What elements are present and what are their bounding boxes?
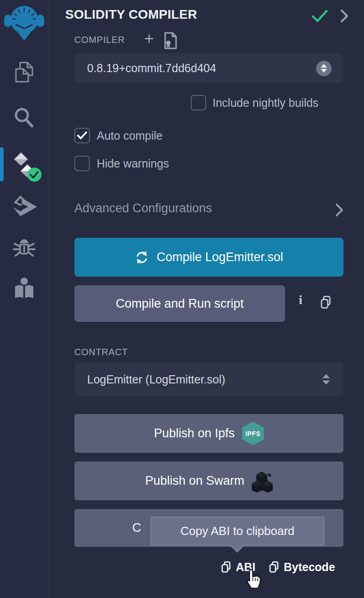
- contract-select[interactable]: LogEmitter (LogEmitter.sol): [74, 362, 343, 396]
- copy-bytecode-link[interactable]: Bytecode: [268, 561, 335, 574]
- copy-icon: [268, 561, 280, 574]
- hide-warnings-label[interactable]: Hide warnings: [97, 157, 169, 170]
- include-nightly-checkbox[interactable]: [191, 95, 206, 110]
- icon-sidebar: [0, 0, 48, 598]
- compile-success-badge: [27, 168, 42, 182]
- contract-select-value: LogEmitter (LogEmitter.sol): [74, 373, 225, 386]
- copy-icon: [220, 561, 232, 574]
- publish-swarm-button[interactable]: Publish on Swarm: [74, 462, 343, 500]
- compiler-version-select[interactable]: 0.8.19+commit.7dd6d404: [74, 53, 343, 83]
- page-title: SOLIDITY COMPILER: [65, 7, 197, 22]
- hidden-button-visible-text: C: [132, 521, 141, 535]
- include-nightly-label[interactable]: Include nightly builds: [213, 96, 318, 110]
- compiler-section-label: COMPILER: [74, 35, 125, 45]
- tooltip-caret: [230, 538, 244, 552]
- collapse-panel-chevron-icon[interactable]: [338, 9, 350, 23]
- search-icon[interactable]: [0, 106, 48, 130]
- contract-select-arrows-icon: [322, 374, 330, 385]
- add-custom-compiler-icon[interactable]: +: [144, 30, 154, 47]
- compile-and-run-button[interactable]: Compile and Run script: [74, 285, 285, 322]
- compile-and-run-label: Compile and Run script: [116, 297, 244, 311]
- ipfs-logo-icon: IPFS: [242, 422, 264, 446]
- refresh-icon: [135, 250, 149, 265]
- publish-ipfs-label: Publish on Ipfs: [154, 426, 234, 441]
- compile-success-check-icon: [312, 9, 328, 23]
- copy-abi-link[interactable]: ABI: [220, 561, 255, 574]
- copy-script-icon[interactable]: [319, 295, 333, 309]
- license-file-icon[interactable]: [162, 31, 179, 50]
- abi-label: ABI: [236, 561, 255, 574]
- plugin-book-icon[interactable]: [0, 277, 48, 300]
- deploy-run-icon[interactable]: [0, 194, 48, 218]
- contract-section-label: CONTRACT: [74, 347, 128, 357]
- debugger-bug-icon[interactable]: [0, 237, 48, 260]
- compile-button[interactable]: Compile LogEmitter.sol: [74, 238, 343, 277]
- auto-compile-checkbox[interactable]: [74, 128, 90, 143]
- advanced-chevron-icon[interactable]: [333, 203, 345, 217]
- hide-warnings-checkbox[interactable]: [74, 156, 90, 171]
- tooltip-text: Copy ABI to clipboard: [180, 524, 294, 538]
- copy-abi-tooltip: Copy ABI to clipboard: [151, 517, 324, 546]
- compiler-version-value: 0.8.19+commit.7dd6d404: [74, 62, 216, 75]
- remix-logo[interactable]: [0, 3, 48, 41]
- info-icon[interactable]: i: [299, 293, 302, 307]
- version-sort-icon[interactable]: [316, 61, 332, 76]
- publish-swarm-label: Publish on Swarm: [145, 474, 244, 488]
- file-explorer-icon[interactable]: [0, 61, 48, 85]
- swarm-logo-icon: [252, 470, 273, 493]
- compile-button-label: Compile LogEmitter.sol: [156, 250, 283, 264]
- solidity-compiler-icon[interactable]: [0, 152, 48, 178]
- publish-ipfs-button[interactable]: Publish on Ipfs IPFS: [74, 414, 343, 453]
- advanced-configurations-toggle[interactable]: Advanced Configurations: [74, 201, 212, 215]
- bytecode-label: Bytecode: [284, 561, 335, 574]
- auto-compile-label[interactable]: Auto compile: [97, 129, 163, 142]
